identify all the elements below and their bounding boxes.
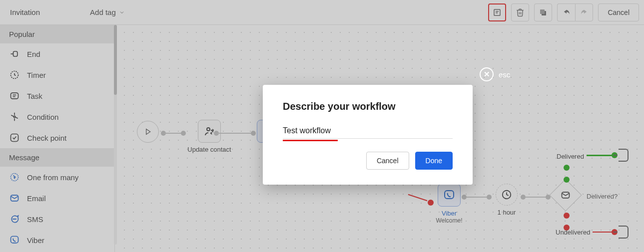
modal-cancel-button[interactable]: Cancel (366, 152, 409, 170)
modal-esc-hint[interactable]: ✕ esc (480, 67, 510, 81)
modal-input-wrap (283, 126, 453, 139)
modal-done-button[interactable]: Done (415, 152, 453, 170)
describe-workflow-modal: Describe your workflow Cancel Done (263, 85, 473, 185)
workflow-description-input[interactable] (283, 126, 453, 135)
close-icon: ✕ (480, 67, 494, 81)
input-highlight (283, 140, 338, 141)
esc-label: esc (499, 70, 510, 79)
modal-title: Describe your workflow (283, 101, 453, 112)
